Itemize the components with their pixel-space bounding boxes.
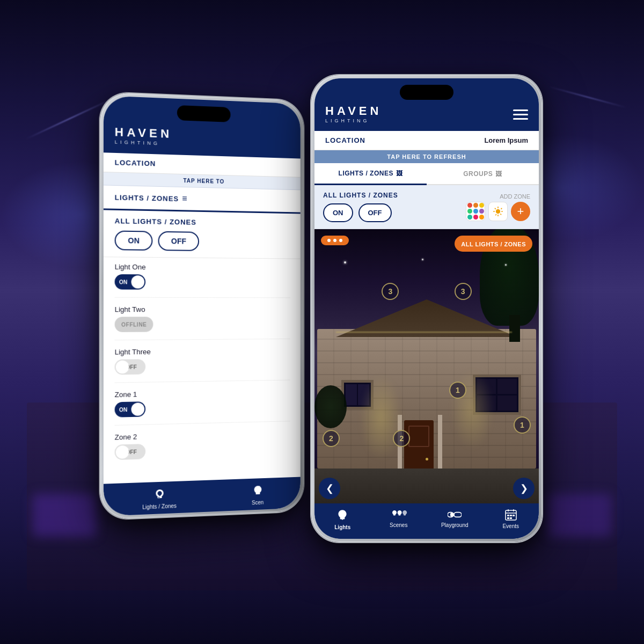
nav-scenes-back[interactable]: Scen xyxy=(251,485,264,506)
color-picker-button[interactable] xyxy=(466,202,485,221)
all-on-btn-front[interactable]: ON xyxy=(323,203,353,222)
light-two-toggle[interactable]: OFFLINE xyxy=(115,317,153,332)
svg-rect-2 xyxy=(454,513,462,517)
all-lights-title-back: ALL LIGHTS / ZONES xyxy=(115,217,290,228)
tab-groups-front[interactable]: GROUPS 🖼 xyxy=(427,163,539,184)
eave-light-strip xyxy=(336,332,512,333)
zone1-toggle[interactable]: ON xyxy=(115,401,145,418)
tab-lights-zones-label: LIGHTS / ZONES xyxy=(339,170,393,177)
nav-left-icon: ❮ xyxy=(326,482,334,494)
dynamic-island-back xyxy=(177,105,231,122)
nav-playground-label: Playground xyxy=(441,522,469,528)
nav-scenes-front[interactable]: Scenes xyxy=(371,509,427,530)
tab-groups-icon: 🖼 xyxy=(495,170,502,178)
all-off-btn-front[interactable]: OFF xyxy=(358,203,392,222)
svg-rect-7 xyxy=(507,515,509,516)
svg-rect-9 xyxy=(513,515,515,516)
pane xyxy=(497,379,517,394)
brightness-button[interactable] xyxy=(488,202,508,221)
dot-2 xyxy=(333,239,336,242)
nav-lights-zones[interactable]: Lights / Zones xyxy=(142,488,177,510)
photo-nav-left[interactable]: ❮ xyxy=(319,478,340,499)
hamburger-menu[interactable] xyxy=(513,109,528,120)
light-one-toggle[interactable]: ON xyxy=(115,274,145,290)
on-off-buttons-back: ON OFF xyxy=(115,230,290,252)
overlay-dots-button[interactable] xyxy=(321,236,349,245)
hamburger-line-1 xyxy=(513,109,528,111)
all-lights-left: ALL LIGHTS / ZONES ON OFF xyxy=(323,192,398,222)
tabs-bar-back: LIGHTS / ZONES ≡ xyxy=(104,185,301,214)
tab-lights-zones-back[interactable]: LIGHTS / ZONES xyxy=(115,193,179,203)
refresh-bar-front[interactable]: TAP HERE TO REFRESH xyxy=(314,150,539,163)
haven-logo-back: HAVEN LIGHTING xyxy=(115,126,173,147)
location-label-front: LOCATION xyxy=(325,136,365,144)
all-on-button-back[interactable]: ON xyxy=(115,230,153,250)
all-lights-controls-front: ALL LIGHTS / ZONES ON OFF ADD ZONE xyxy=(314,185,539,229)
color-dot-pink xyxy=(473,215,478,219)
zone-marker-2b[interactable]: 2 xyxy=(323,430,340,447)
zone-marker-3b[interactable]: 3 xyxy=(455,283,472,300)
scenes-icon-back xyxy=(251,485,264,498)
add-zone-label[interactable]: ADD ZONE xyxy=(500,193,530,200)
light-three-name: Light Three xyxy=(115,347,290,356)
zone-marker-1a[interactable]: 1 xyxy=(514,416,531,434)
light-three-knob xyxy=(116,361,129,374)
zone-marker-1b[interactable]: 1 xyxy=(449,382,466,399)
action-buttons: + xyxy=(466,202,530,221)
bulb-icon-back xyxy=(153,488,166,502)
scenes-nav-icon xyxy=(390,509,407,521)
nav-lights-front[interactable]: Lights xyxy=(314,509,371,530)
main-container: HAVEN LIGHTING LOCATION TAP HERE TO xyxy=(0,0,644,644)
phone-back: HAVEN LIGHTING LOCATION TAP HERE TO xyxy=(100,92,304,519)
svg-rect-8 xyxy=(510,515,512,516)
tree-trunk-right xyxy=(509,315,520,342)
plus-icon: + xyxy=(517,204,524,218)
light-three-toggle[interactable]: OFF xyxy=(115,359,145,375)
sparkle-2 xyxy=(422,259,423,260)
zone2-knob xyxy=(116,445,129,459)
phone-front-screen: HAVEN LIGHTING LOCATION xyxy=(314,78,539,539)
house-structure xyxy=(314,229,539,503)
house-door xyxy=(404,420,434,469)
phone-back-screen: HAVEN LIGHTING LOCATION TAP HERE TO xyxy=(104,96,301,516)
bottom-nav-back: Lights / Zones Scen xyxy=(104,477,301,516)
wall-glow-left xyxy=(360,375,402,460)
on-off-buttons-front: ON OFF xyxy=(323,203,398,222)
location-label-back: LOCATION xyxy=(115,158,156,167)
hamburger-line-2 xyxy=(513,114,528,115)
color-dot-yellow xyxy=(479,203,484,208)
tabs-front: LIGHTS / ZONES 🖼 GROUPS 🖼 xyxy=(314,163,539,185)
bottom-nav-front: Lights Scenes xyxy=(314,503,539,539)
light-item-1: Light One ON xyxy=(115,263,290,298)
light-item-zone1: Zone 1 ON xyxy=(115,387,290,426)
dot-3 xyxy=(339,239,342,242)
tab-lights-zones-front[interactable]: LIGHTS / ZONES 🖼 xyxy=(314,163,427,185)
app-back: HAVEN LIGHTING LOCATION TAP HERE TO xyxy=(104,96,301,516)
zone2-toggle[interactable]: OFF xyxy=(115,444,145,460)
overlay-zone-label: ALL LIGHTS / ZONES xyxy=(461,241,526,247)
tab-groups-label: GROUPS xyxy=(463,170,493,178)
all-off-button-back[interactable]: OFF xyxy=(158,231,199,251)
sun-icon xyxy=(493,206,503,217)
phones-wrapper: HAVEN LIGHTING LOCATION TAP HERE TO xyxy=(80,54,564,590)
nav-scenes-label: Scenes xyxy=(390,522,407,528)
app-header-back: HAVEN LIGHTING xyxy=(104,96,301,158)
light-two-label: OFFLINE xyxy=(121,321,147,327)
phone-front: HAVEN LIGHTING LOCATION xyxy=(311,75,542,542)
logo-haven-front: HAVEN xyxy=(325,105,382,117)
light-item-2: Light Two OFFLINE xyxy=(115,305,290,340)
overlay-zone-button[interactable]: ALL LIGHTS / ZONES xyxy=(455,236,532,252)
dynamic-island-front xyxy=(400,85,453,100)
list-icon-back: ≡ xyxy=(182,194,187,203)
nav-playground-front[interactable]: Playground xyxy=(427,509,483,530)
nav-events-front[interactable]: Events xyxy=(483,509,539,530)
driveway xyxy=(314,469,539,503)
photo-nav-right[interactable]: ❯ xyxy=(513,478,535,499)
color-dots-grid xyxy=(467,203,484,219)
light-one-name: Light One xyxy=(115,263,290,273)
color-dot-green xyxy=(467,209,472,214)
door-panel xyxy=(408,426,429,447)
light-one-knob xyxy=(131,275,145,288)
add-button[interactable]: + xyxy=(511,202,530,221)
dot-1 xyxy=(327,239,331,242)
